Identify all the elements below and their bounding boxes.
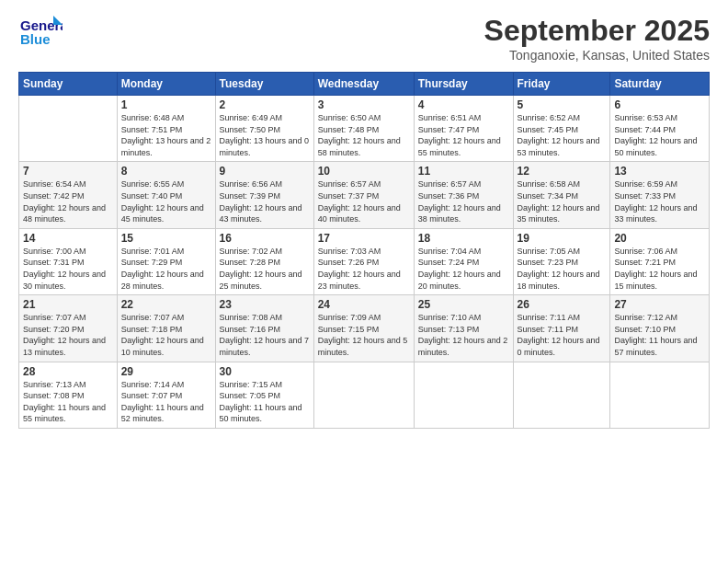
sunset-text: Sunset: 7:31 PM (23, 258, 85, 267)
daylight-text: Daylight: 12 hours and 7 minutes. (220, 336, 310, 357)
sunset-text: Sunset: 7:07 PM (121, 391, 183, 400)
table-row: 27 Sunrise: 7:12 AM Sunset: 7:10 PM Dayl… (610, 295, 710, 362)
table-row: 1 Sunrise: 6:48 AM Sunset: 7:51 PM Dayli… (117, 96, 215, 162)
sunrise-text: Sunrise: 6:51 AM (418, 113, 482, 122)
daylight-text: Daylight: 13 hours and 0 minutes. (220, 136, 310, 157)
table-row: 15 Sunrise: 7:01 AM Sunset: 7:29 PM Dayl… (117, 228, 215, 294)
sunset-text: Sunset: 7:21 PM (614, 258, 676, 267)
table-row: 14 Sunrise: 7:00 AM Sunset: 7:31 PM Dayl… (19, 228, 118, 294)
table-row: 4 Sunrise: 6:51 AM Sunset: 7:47 PM Dayli… (414, 96, 513, 162)
daylight-text: Daylight: 12 hours and 28 minutes. (121, 270, 204, 291)
day-number: 6 (614, 98, 705, 111)
day-number: 17 (318, 232, 410, 245)
header: General Blue September 2025 Tonganoxie, … (18, 14, 710, 63)
table-row: 29 Sunrise: 7:14 AM Sunset: 7:07 PM Dayl… (117, 362, 215, 428)
sunrise-text: Sunrise: 6:56 AM (220, 179, 283, 189)
col-monday: Monday (117, 73, 215, 96)
daylight-text: Daylight: 11 hours and 57 minutes. (614, 336, 697, 357)
sunset-text: Sunset: 7:26 PM (318, 258, 380, 267)
day-info: Sunrise: 7:10 AM Sunset: 7:13 PM Dayligh… (418, 312, 509, 358)
sunrise-text: Sunrise: 6:58 AM (518, 179, 581, 189)
sunset-text: Sunset: 7:33 PM (614, 191, 676, 201)
title-block: September 2025 Tonganoxie, Kansas, Unite… (484, 14, 710, 63)
day-number: 21 (23, 298, 113, 311)
table-row: 28 Sunrise: 7:13 AM Sunset: 7:08 PM Dayl… (19, 362, 118, 428)
day-info: Sunrise: 7:02 AM Sunset: 7:28 PM Dayligh… (220, 246, 310, 292)
day-number: 24 (318, 298, 410, 311)
col-friday: Friday (513, 73, 610, 96)
daylight-text: Daylight: 12 hours and 43 minutes. (220, 203, 302, 224)
table-row: 19 Sunrise: 7:05 AM Sunset: 7:23 PM Dayl… (513, 228, 610, 294)
sunset-text: Sunset: 7:28 PM (220, 258, 281, 267)
sunrise-text: Sunrise: 6:50 AM (318, 113, 381, 122)
sunset-text: Sunset: 7:18 PM (121, 325, 183, 334)
sunset-text: Sunset: 7:08 PM (23, 391, 85, 400)
day-number: 10 (318, 165, 410, 178)
table-row: 6 Sunrise: 6:53 AM Sunset: 7:44 PM Dayli… (610, 96, 710, 162)
day-info: Sunrise: 7:15 AM Sunset: 7:05 PM Dayligh… (220, 379, 310, 425)
day-info: Sunrise: 7:03 AM Sunset: 7:26 PM Dayligh… (318, 246, 410, 292)
calendar-week-row: 14 Sunrise: 7:00 AM Sunset: 7:31 PM Dayl… (19, 228, 710, 294)
daylight-text: Daylight: 12 hours and 10 minutes. (121, 336, 204, 357)
day-number: 22 (121, 298, 211, 311)
daylight-text: Daylight: 12 hours and 5 minutes. (318, 336, 408, 357)
table-row: 16 Sunrise: 7:02 AM Sunset: 7:28 PM Dayl… (215, 228, 313, 294)
sunset-text: Sunset: 7:48 PM (318, 125, 380, 134)
page: General Blue September 2025 Tonganoxie, … (0, 0, 728, 563)
sunrise-text: Sunrise: 6:55 AM (121, 179, 185, 189)
daylight-text: Daylight: 13 hours and 2 minutes. (121, 136, 211, 157)
table-row: 11 Sunrise: 6:57 AM Sunset: 7:36 PM Dayl… (414, 162, 513, 228)
sunrise-text: Sunrise: 7:15 AM (220, 380, 283, 389)
table-row: 5 Sunrise: 6:52 AM Sunset: 7:45 PM Dayli… (513, 96, 610, 162)
day-info: Sunrise: 6:58 AM Sunset: 7:34 PM Dayligh… (518, 178, 607, 224)
col-thursday: Thursday (414, 73, 513, 96)
table-row (313, 362, 414, 428)
sunset-text: Sunset: 7:50 PM (220, 125, 281, 134)
col-saturday: Saturday (610, 73, 710, 96)
sunset-text: Sunset: 7:05 PM (220, 391, 281, 400)
sunrise-text: Sunrise: 7:06 AM (614, 247, 677, 256)
daylight-text: Daylight: 12 hours and 45 minutes. (121, 203, 204, 224)
sunrise-text: Sunrise: 7:01 AM (121, 247, 185, 256)
daylight-text: Daylight: 12 hours and 13 minutes. (23, 336, 106, 357)
daylight-text: Daylight: 12 hours and 15 minutes. (614, 270, 697, 291)
table-row: 23 Sunrise: 7:08 AM Sunset: 7:16 PM Dayl… (215, 295, 313, 362)
daylight-text: Daylight: 11 hours and 55 minutes. (23, 403, 106, 424)
day-info: Sunrise: 7:00 AM Sunset: 7:31 PM Dayligh… (23, 246, 113, 292)
day-info: Sunrise: 6:56 AM Sunset: 7:39 PM Dayligh… (220, 178, 310, 224)
sunrise-text: Sunrise: 7:07 AM (23, 313, 86, 322)
table-row: 9 Sunrise: 6:56 AM Sunset: 7:39 PM Dayli… (215, 162, 313, 228)
sunrise-text: Sunrise: 7:12 AM (614, 313, 677, 322)
calendar-week-row: 1 Sunrise: 6:48 AM Sunset: 7:51 PM Dayli… (19, 96, 710, 162)
sunrise-text: Sunrise: 6:57 AM (418, 179, 482, 189)
sunrise-text: Sunrise: 7:09 AM (318, 313, 381, 322)
sunset-text: Sunset: 7:44 PM (614, 125, 676, 134)
sunset-text: Sunset: 7:47 PM (418, 125, 480, 134)
day-number: 11 (418, 165, 509, 178)
day-info: Sunrise: 6:51 AM Sunset: 7:47 PM Dayligh… (418, 112, 509, 158)
sunset-text: Sunset: 7:36 PM (418, 191, 480, 201)
day-number: 7 (23, 165, 113, 178)
day-number: 15 (121, 232, 211, 245)
day-info: Sunrise: 7:08 AM Sunset: 7:16 PM Dayligh… (220, 312, 310, 358)
sunset-text: Sunset: 7:37 PM (318, 191, 380, 201)
month-title: September 2025 (484, 14, 710, 48)
day-info: Sunrise: 7:14 AM Sunset: 7:07 PM Dayligh… (121, 379, 211, 425)
sunrise-text: Sunrise: 6:54 AM (23, 179, 86, 189)
sunrise-text: Sunrise: 6:48 AM (121, 113, 185, 122)
table-row: 21 Sunrise: 7:07 AM Sunset: 7:20 PM Dayl… (19, 295, 118, 362)
day-number: 1 (121, 98, 211, 111)
table-row: 3 Sunrise: 6:50 AM Sunset: 7:48 PM Dayli… (313, 96, 414, 162)
daylight-text: Daylight: 12 hours and 33 minutes. (614, 203, 697, 224)
day-number: 16 (220, 232, 310, 245)
col-tuesday: Tuesday (215, 73, 313, 96)
sunset-text: Sunset: 7:11 PM (518, 325, 579, 334)
daylight-text: Daylight: 11 hours and 50 minutes. (220, 403, 302, 424)
day-number: 8 (121, 165, 211, 178)
col-wednesday: Wednesday (313, 73, 414, 96)
day-info: Sunrise: 7:11 AM Sunset: 7:11 PM Dayligh… (518, 312, 607, 358)
sunset-text: Sunset: 7:45 PM (518, 125, 579, 134)
day-number: 23 (220, 298, 310, 311)
daylight-text: Daylight: 12 hours and 48 minutes. (23, 203, 106, 224)
day-info: Sunrise: 7:06 AM Sunset: 7:21 PM Dayligh… (614, 246, 705, 292)
